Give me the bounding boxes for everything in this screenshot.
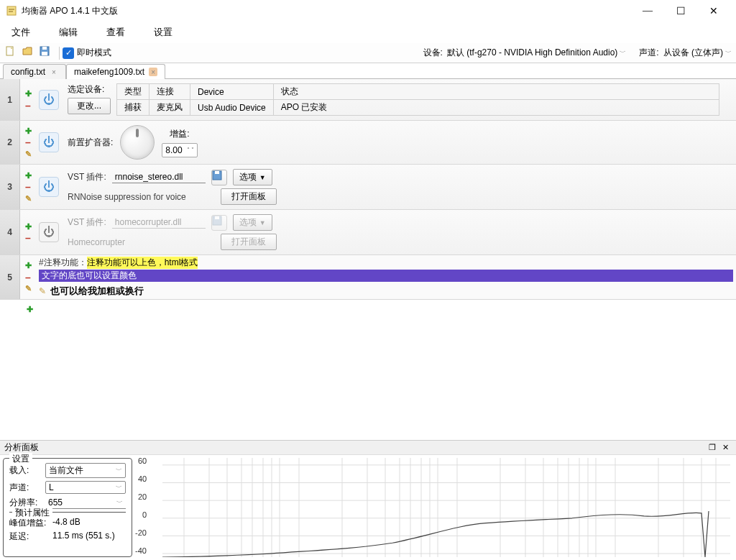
remove-icon[interactable]: – — [23, 137, 33, 147]
edit-icon: ✎ — [39, 286, 46, 296]
close-button[interactable]: ✕ — [697, 0, 730, 22]
analysis-panel: 分析面板 ❐ ✕ 设置 载入: 当前文件﹀ 声道: L﹀ 分辨率: 655﹀ 预… — [0, 440, 736, 560]
menu-edit[interactable]: 编辑 — [55, 23, 82, 42]
add-icon[interactable]: ✚ — [24, 304, 34, 314]
filter-row-vst-homecorrupter: 4 ✚ – ⏻ VST 插件: homecorrupter.dll 选项▼ Ho… — [0, 210, 736, 255]
save-icon[interactable] — [211, 170, 227, 185]
window-title: 均衡器 APO 1.4.1 中文版 — [22, 5, 118, 17]
open-file-icon[interactable] — [22, 45, 37, 61]
chevron-down-icon: ﹀ — [116, 466, 122, 475]
settings-legend: 设置 — [9, 453, 32, 465]
tab-maikefeng[interactable]: maikefeng1009.txt × — [66, 64, 165, 79]
analysis-title: 分析面板 — [4, 441, 39, 454]
menu-file[interactable]: 文件 — [7, 23, 34, 42]
row-number: 3 — [0, 165, 20, 209]
options-button[interactable]: 选项▼ — [233, 169, 272, 185]
menu-view[interactable]: 查看 — [102, 23, 129, 42]
power-button[interactable]: ⏻ — [39, 177, 59, 197]
add-icon[interactable]: ✚ — [23, 261, 33, 271]
tab-config[interactable]: config.txt × — [3, 64, 66, 79]
analysis-settings: 设置 载入: 当前文件﹀ 声道: L﹀ 分辨率: 655﹀ 预计属性 峰值增益:… — [3, 458, 132, 557]
gain-knob[interactable] — [120, 125, 155, 160]
power-button[interactable]: ⏻ — [39, 132, 59, 152]
chevron-down-icon: ﹀ — [116, 498, 123, 508]
add-icon[interactable]: ✚ — [23, 89, 33, 99]
estimate-legend: 预计属性 — [12, 507, 52, 519]
load-selector[interactable]: 当前文件﹀ — [45, 463, 126, 478]
row-number: 2 — [0, 121, 20, 164]
maximize-button[interactable]: ☐ — [664, 0, 697, 22]
comment-line-1: #注释功能： 注释功能可以上色，html格式 — [39, 257, 733, 269]
close-icon[interactable]: × — [149, 68, 157, 76]
comment-line-2: 文字的底也可以设置颜色 — [39, 270, 733, 282]
remove-icon[interactable]: – — [23, 101, 33, 111]
row-number: 5 — [0, 255, 20, 299]
options-button[interactable]: 选项▼ — [233, 214, 272, 231]
edit-icon[interactable]: ✎ — [23, 149, 33, 159]
filter-row-comment: 5 ✚ – ✎ #注释功能： 注释功能可以上色，html格式 文字的底也可以设置… — [0, 255, 736, 300]
chevron-down-icon: ﹀ — [620, 48, 626, 58]
power-button[interactable]: ⏻ — [39, 90, 59, 110]
chevron-down-icon: ﹀ — [116, 483, 122, 492]
chevron-up-icon[interactable]: ˄ — [187, 147, 190, 153]
add-icon[interactable]: ✚ — [23, 170, 33, 180]
chevron-down-icon: ﹀ — [725, 48, 732, 58]
title-bar: 均衡器 APO 1.4.1 中文版 — ☐ ✕ — [0, 0, 736, 22]
undock-icon[interactable]: ❐ — [706, 443, 719, 452]
edit-icon[interactable]: ✎ — [23, 193, 33, 203]
edit-icon[interactable]: ✎ — [23, 284, 33, 294]
filter-row-vst-rnnoise: 3 ✚ – ✎ ⏻ VST 插件: rnnoise_stereo.dll 选项▼… — [0, 165, 736, 210]
chevron-down-icon[interactable]: ˅ — [191, 147, 194, 153]
filter-row-preamp: 2 ✚ – ✎ ⏻ 前置扩音器: 增益: 8.00 ˄˅ — [0, 121, 736, 165]
vst-subtitle: Homecorrupter — [68, 237, 215, 247]
gain-input[interactable]: 8.00 ˄˅ — [162, 143, 197, 157]
remove-icon[interactable]: – — [23, 182, 33, 192]
vst-label: VST 插件: — [68, 171, 106, 183]
channel-label: 声道: — [639, 47, 658, 59]
save-file-icon[interactable] — [39, 45, 55, 61]
open-panel-button[interactable]: 打开面板 — [221, 188, 277, 205]
row-number: 4 — [0, 210, 20, 254]
toolbar: ✓ 即时模式 设备: 默认 (tf-g270 - NVIDIA High Def… — [0, 43, 736, 63]
close-icon[interactable]: × — [50, 68, 58, 76]
vst-subtitle: RNNoise suppression for voice — [68, 192, 215, 202]
remove-icon[interactable]: – — [23, 233, 33, 243]
tabs-bar: config.txt × maikefeng1009.txt × — [0, 63, 736, 79]
add-icon[interactable]: ✚ — [23, 221, 33, 231]
instant-mode-toggle[interactable]: ✓ 即时模式 — [63, 47, 111, 59]
remove-icon[interactable]: – — [23, 272, 33, 283]
filter-row-device: 1 ✚ – ⏻ 选定设备: 更改... 类型 连接 Device 状态 — [0, 79, 736, 121]
vst-file-input[interactable]: rnnoise_stereo.dll — [112, 172, 206, 183]
minimize-button[interactable]: — — [631, 0, 664, 22]
checkbox-icon: ✓ — [63, 47, 74, 59]
save-icon[interactable] — [211, 215, 227, 231]
device-label: 设备: — [423, 47, 443, 59]
add-icon[interactable]: ✚ — [23, 126, 33, 136]
add-row: ✚ — [0, 300, 736, 318]
svg-rect-6 — [215, 171, 219, 174]
close-icon[interactable]: ✕ — [719, 443, 732, 452]
filter-rows: 1 ✚ – ⏻ 选定设备: 更改... 类型 连接 Device 状态 — [0, 79, 736, 440]
new-file-icon[interactable] — [4, 45, 20, 61]
change-button[interactable]: 更改... — [68, 98, 111, 114]
svg-rect-4 — [42, 52, 47, 55]
chevron-down-icon: ▼ — [259, 219, 266, 226]
menu-bar: 文件 编辑 查看 设置 — [0, 22, 736, 43]
preamp-label: 前置扩音器: — [68, 137, 113, 149]
resolution-selector[interactable]: 655﹀ — [45, 497, 126, 509]
instant-mode-label: 即时模式 — [77, 47, 111, 59]
channel-selector[interactable]: L﹀ — [45, 481, 126, 494]
menu-settings[interactable]: 设置 — [150, 23, 177, 42]
row-number: 1 — [0, 79, 20, 120]
channel-selector[interactable]: 从设备 (立体声) ﹀ — [663, 47, 732, 59]
app-icon — [6, 5, 17, 17]
power-button[interactable]: ⏻ — [39, 222, 59, 242]
device-selector[interactable]: 默认 (tf-g270 - NVIDIA High Definition Aud… — [447, 47, 626, 59]
vst-file-input[interactable]: homecorrupter.dll — [112, 217, 206, 229]
svg-rect-8 — [215, 216, 219, 219]
chevron-down-icon: ▼ — [259, 174, 266, 181]
selected-device-label: 选定设备: — [68, 83, 111, 96]
svg-rect-0 — [7, 6, 16, 15]
device-table: 类型 连接 Device 状态 捕获 麦克风 Usb Audio Device … — [116, 83, 730, 116]
open-panel-button[interactable]: 打开面板 — [221, 234, 277, 250]
